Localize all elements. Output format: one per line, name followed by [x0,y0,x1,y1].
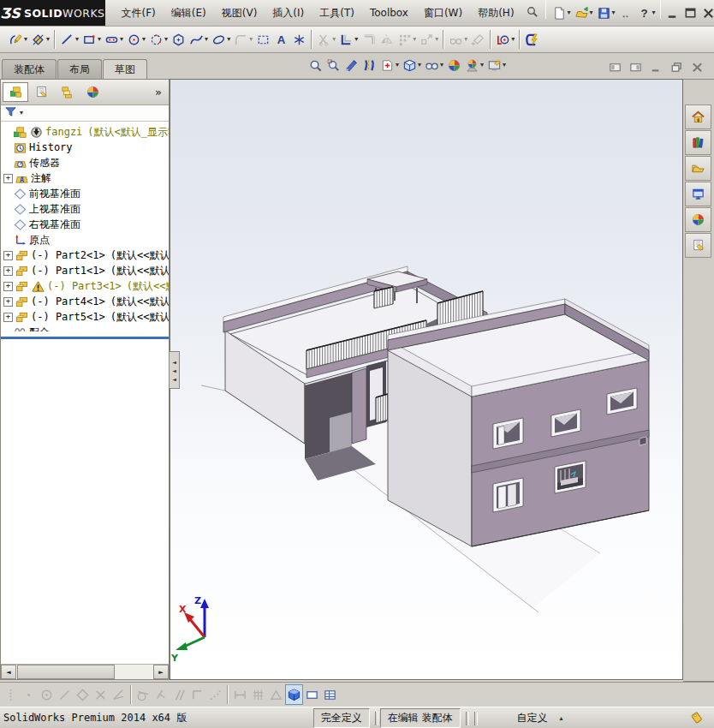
dashed-box-button[interactable] [254,29,272,50]
smart-dimension-button[interactable]: ▾ [29,29,51,50]
custom-units-field[interactable]: 自定义 [517,711,548,725]
corner-rectangle-caret-icon[interactable]: ▾ [98,36,101,43]
move-entities-button[interactable]: ▾ [418,29,440,50]
tab-草图[interactable]: 草图 [103,59,147,79]
ellipse-button[interactable]: ▾ [210,29,232,50]
tree-item-Part11[interactable]: +(-) Part1<1>(默认<<默认>_ [1,263,169,278]
tp-appearance-button[interactable] [685,207,711,232]
scrollbar-thumb[interactable] [17,665,115,679]
tree-item-History[interactable]: History [1,140,169,155]
new-doc-button[interactable]: ▾ [550,3,573,23]
sn-point-button[interactable] [20,684,38,705]
convert-entities-button[interactable]: ▾ [337,29,360,50]
sn-angle-button[interactable] [110,684,128,705]
win-max-button[interactable] [681,3,699,23]
circle-caret-icon[interactable]: ▾ [142,36,146,43]
view-settings-button[interactable]: ▾ [485,55,508,75]
tree-item-row6[interactable]: 右视基准面 [1,217,169,232]
tp-library-button[interactable] [685,130,711,155]
apply-scene-button[interactable]: ▾ [463,55,485,75]
linear-pattern-caret-icon[interactable]: ▾ [413,36,416,43]
help-button[interactable]: ?▾ [635,3,657,23]
sn-x-button[interactable] [92,684,110,705]
menu-item-3[interactable]: 视图(V) [214,3,265,24]
mgr-properties-button[interactable] [28,82,54,102]
tab-布局[interactable]: 布局 [57,59,102,79]
view-settings-caret-icon[interactable]: ▾ [503,62,506,69]
sn-planar-button[interactable] [303,684,321,705]
win-close-button[interactable] [699,3,714,23]
pane-right-button[interactable] [627,57,645,77]
display-relations-caret-icon[interactable]: ▾ [464,36,467,43]
sn-perp-button[interactable] [152,684,170,705]
tree-expander-icon[interactable]: + [3,251,13,260]
tree-item-fangzi[interactable]: fangzi(默认<默认_显示状态 [1,124,169,140]
panel-horizontal-scrollbar[interactable]: ◄ ► [1,664,169,679]
scroll-right-arrow[interactable]: ► [153,665,169,679]
ellipse-caret-icon[interactable]: ▾ [227,36,230,43]
move-entities-caret-icon[interactable]: ▾ [435,36,438,43]
edit-appearance-button[interactable] [445,55,463,75]
smart-dimension-caret-icon[interactable]: ▾ [46,36,50,43]
spline-caret-icon[interactable]: ▾ [205,36,208,43]
tree-filter-bar[interactable]: ▾ [1,105,169,122]
tree-item-Part31[interactable]: +(-) Part3<1>(默认<<默 [1,278,169,294]
sn-chain-button[interactable] [206,684,224,705]
hide-show-caret-icon[interactable]: ▾ [440,62,443,69]
tp-palette-button[interactable] [685,182,711,206]
straight-slot-button[interactable]: ▾ [103,29,125,50]
tree-item-row3[interactable]: +A注解 [1,170,169,186]
menu-item-2[interactable]: 编辑(E) [164,3,214,24]
linear-pattern-button[interactable]: ▾ [396,29,418,50]
sn-handle-button[interactable] [2,684,20,705]
tree-item-Part51[interactable]: +(-) Part5<1>(默认<<默认>_ [1,309,169,325]
tree-item-row7[interactable]: 原点 [1,232,169,248]
spline-button[interactable]: ▾ [187,29,210,50]
tag-icon[interactable] [689,710,704,727]
sn-quad-button[interactable] [74,684,92,705]
doc-min-button[interactable] [647,57,665,77]
tree-item-row13[interactable]: 配合 [1,325,169,331]
sn-center-button[interactable] [38,684,56,705]
tp-props-button[interactable] [685,233,711,258]
sn-parallel-button[interactable] [170,684,188,705]
corner-rectangle-button[interactable]: ▾ [80,29,103,50]
display-relations-button[interactable]: ▾ [447,29,469,50]
section-view-button[interactable] [360,55,378,75]
mgr-configurations-button[interactable] [54,82,80,102]
mgr-display-button[interactable] [80,82,105,102]
polygon-button[interactable] [170,29,187,50]
tab-装配体[interactable]: 装配体 [2,59,57,79]
display-style-button[interactable]: ▾ [401,55,423,75]
tree-expander-icon[interactable]: + [3,297,13,307]
sn-line-button[interactable] [56,684,74,705]
sketch-pencil-button[interactable]: ▾ [7,29,29,50]
straight-slot-caret-icon[interactable]: ▾ [120,36,123,43]
mgr-assembly-button[interactable] [3,82,28,102]
units-caret-icon[interactable]: ▴ [560,714,563,722]
line-caret-icon[interactable]: ▾ [75,36,79,43]
quick-snaps-button[interactable]: ▾ [494,29,516,50]
trim-entities-caret-icon[interactable]: ▾ [332,36,336,43]
sn-tangent-button[interactable] [134,684,152,705]
repair-sketch-button[interactable] [469,29,487,50]
search-icon[interactable] [522,0,543,22]
doc-restore-button[interactable] [668,57,686,77]
save-doc-button[interactable]: ▾ [595,3,617,23]
menu-item-4[interactable]: 插入(I) [265,3,312,24]
sn-hv-button[interactable] [188,684,206,705]
tp-explorer-button[interactable] [685,156,711,181]
menu-item-5[interactable]: 工具(T) [312,3,362,24]
sketch-fillet-caret-icon[interactable]: ▾ [249,36,253,43]
perimeter-circle-caret-icon[interactable]: ▾ [164,36,168,43]
sn-length-button[interactable] [231,684,249,705]
doc-close-button[interactable] [688,57,706,77]
scroll-left-arrow[interactable]: ◄ [1,665,16,679]
sn-cube-button[interactable] [285,684,303,705]
tree-item-Part41[interactable]: +(-) Part4<1>(默认<<默认>_ [1,294,169,309]
tree-item-Part21[interactable]: +(-) Part2<1>(默认<<默认>_ [1,248,169,263]
tree-viewport-splitter[interactable]: ◄◄◄ [170,351,180,389]
display-style-caret-icon[interactable]: ▾ [418,62,421,69]
menu-item-1[interactable]: 文件(F) [114,3,164,24]
zoom-fit-button[interactable] [306,55,324,75]
